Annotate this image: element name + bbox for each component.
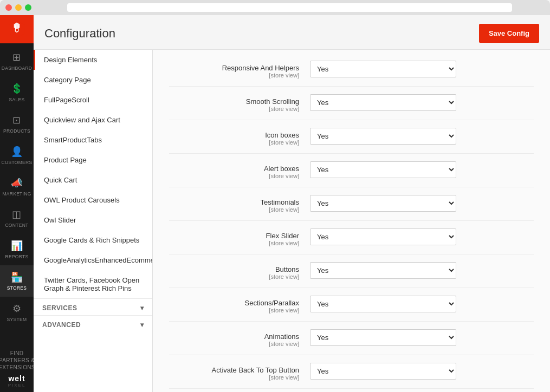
setting-row-testimonials: Testimonials[store view]YesNo — [169, 195, 534, 221]
setting-row-smooth-scrolling: Smooth Scrolling[store view]YesNo — [169, 94, 534, 120]
sidebar-item-system-label: System — [7, 317, 27, 322]
setting-select-testimonials[interactable]: YesNo — [310, 195, 456, 212]
sidebar: ⊞ Dashboard 💲 Sales ⊡ Products 👤 Custome… — [0, 15, 34, 392]
setting-label-buttons: Buttons — [169, 265, 299, 273]
app-wrapper: ⊞ Dashboard 💲 Sales ⊡ Products 👤 Custome… — [0, 15, 550, 392]
setting-row-icon-boxes: Icon boxes[store view]YesNo — [169, 128, 534, 154]
setting-select-smooth-scrolling[interactable]: YesNo — [310, 94, 456, 111]
setting-store-view-testimonials: [store view] — [169, 206, 299, 213]
sidebar-item-system[interactable]: ⚙ System — [0, 297, 34, 328]
welt-sub-label: PIXEL — [8, 383, 26, 388]
setting-select-alert-boxes[interactable]: YesNo — [310, 161, 456, 178]
products-icon: ⊡ — [12, 114, 21, 126]
page-title: Configuration — [44, 27, 115, 41]
sidebar-item-sales[interactable]: 💲 Sales — [0, 77, 34, 108]
left-nav-item-product-page[interactable]: Product Page — [34, 150, 152, 170]
customers-icon: 👤 — [11, 146, 23, 158]
minimize-button[interactable] — [15, 4, 22, 11]
content-area: Design Elements Category Page FullPageSc… — [34, 50, 550, 392]
left-nav-item-google-analytics[interactable]: GoogleAnalyticsEnhancedEcommerce — [34, 250, 152, 270]
sidebar-item-content[interactable]: ◫ Content — [0, 202, 34, 234]
setting-store-view-buttons: [store view] — [169, 273, 299, 280]
welt-logo: welt — [8, 374, 25, 383]
left-nav-item-owl-slider[interactable]: Owl Slider — [34, 210, 152, 230]
left-nav-section-services[interactable]: Services ▾ — [34, 298, 152, 315]
setting-row-activate-back-to-top: Activate Back To Top Button[store view]Y… — [169, 363, 534, 389]
maximize-button[interactable] — [25, 4, 31, 11]
left-nav-item-fullpagescroll[interactable]: FullPageScroll — [34, 90, 152, 110]
services-section-label: Services — [42, 304, 77, 312]
setting-select-animations[interactable]: YesNo — [310, 329, 456, 346]
main-header: Configuration Save Config — [34, 15, 550, 50]
setting-label-responsive-helpers: Responsive And Helpers — [169, 64, 299, 72]
setting-select-activate-back-to-top[interactable]: YesNo — [310, 363, 456, 380]
sidebar-item-marketing[interactable]: 📣 Marketing — [0, 171, 34, 202]
sidebar-item-content-label: Content — [5, 223, 28, 228]
setting-select-sections-parallax[interactable]: YesNo — [310, 296, 456, 312]
stores-icon: 🏪 — [11, 271, 23, 283]
address-bar[interactable] — [67, 3, 512, 12]
find-partners-label: Find Partners & Extensions — [0, 350, 35, 371]
sidebar-bottom: Find Partners & Extensions welt PIXEL — [0, 347, 34, 392]
setting-row-responsive-helpers: Responsive And Helpers[store view]YesNo — [169, 61, 534, 87]
setting-label-sections-parallax: Sections/Parallax — [169, 299, 299, 307]
setting-row-sections-parallax: Sections/Parallax[store view]YesNo — [169, 296, 534, 322]
sidebar-item-find-partners[interactable]: Find Partners & Extensions — [0, 347, 34, 374]
sidebar-item-stores[interactable]: 🏪 Stores — [0, 265, 34, 297]
setting-row-flex-slider: Flex Slider[store view]YesNo — [169, 228, 534, 254]
sidebar-item-marketing-label: Marketing — [2, 191, 31, 197]
setting-store-view-activate-back-to-top: [store view] — [169, 374, 299, 381]
dashboard-icon: ⊞ — [12, 51, 21, 63]
setting-select-responsive-helpers[interactable]: YesNo — [310, 61, 456, 77]
setting-row-animations: Animations[store view]YesNo — [169, 329, 534, 355]
content-icon: ◫ — [12, 208, 21, 220]
left-nav-item-google-cards[interactable]: Google Cards & Rich Snippets — [34, 230, 152, 250]
sidebar-item-customers-label: Customers — [2, 160, 33, 165]
left-nav-section-advanced[interactable]: Advanced ▾ — [34, 315, 152, 332]
setting-row-buttons: Buttons[store view]YesNo — [169, 262, 534, 288]
setting-label-testimonials: Testimonials — [169, 198, 299, 206]
setting-label-activate-back-to-top: Activate Back To Top Button — [169, 366, 299, 374]
sidebar-item-reports[interactable]: 📊 Reports — [0, 234, 34, 265]
close-button[interactable] — [5, 4, 12, 11]
setting-store-view-animations: [store view] — [169, 341, 299, 347]
setting-select-buttons[interactable]: YesNo — [310, 262, 456, 279]
settings-panel: Responsive And Helpers[store view]YesNoS… — [153, 50, 550, 392]
sidebar-item-dashboard-label: Dashboard — [2, 66, 33, 71]
left-nav-item-quick-cart[interactable]: Quick Cart — [34, 170, 152, 190]
left-nav-item-category-page[interactable]: Category Page — [34, 70, 152, 90]
setting-label-alert-boxes: Alert boxes — [169, 165, 299, 173]
services-chevron-icon: ▾ — [140, 304, 144, 312]
os-chrome — [0, 0, 550, 15]
marketing-icon: 📣 — [11, 177, 23, 189]
setting-store-view-responsive-helpers: [store view] — [169, 72, 299, 79]
advanced-chevron-icon: ▾ — [140, 321, 144, 329]
main-content: Configuration Save Config Design Element… — [34, 15, 550, 392]
setting-select-flex-slider[interactable]: YesNo — [310, 228, 456, 245]
setting-select-icon-boxes[interactable]: YesNo — [310, 128, 456, 145]
sidebar-item-sales-label: Sales — [9, 97, 25, 102]
sidebar-item-stores-label: Stores — [7, 285, 27, 291]
setting-store-view-alert-boxes: [store view] — [169, 173, 299, 179]
left-nav: Design Elements Category Page FullPageSc… — [34, 50, 153, 392]
setting-store-view-smooth-scrolling: [store view] — [169, 106, 299, 112]
sidebar-item-customers[interactable]: 👤 Customers — [0, 140, 34, 171]
reports-icon: 📊 — [11, 240, 23, 252]
left-nav-item-smartproducttabs[interactable]: SmartProductTabs — [34, 130, 152, 150]
left-nav-item-owl-carousels[interactable]: OWL Product Carousels — [34, 190, 152, 210]
setting-store-view-icon-boxes: [store view] — [169, 139, 299, 146]
sales-icon: 💲 — [11, 83, 23, 95]
left-nav-item-quickview[interactable]: Quickview and Ajax Cart — [34, 110, 152, 130]
setting-label-smooth-scrolling: Smooth Scrolling — [169, 97, 299, 106]
setting-label-flex-slider: Flex Slider — [169, 232, 299, 240]
setting-row-alert-boxes: Alert boxes[store view]YesNo — [169, 161, 534, 187]
magento-logo[interactable] — [0, 15, 34, 43]
left-nav-item-twitter-cards[interactable]: Twitter Cards, Facebook Open Graph & Pin… — [34, 270, 152, 298]
sidebar-item-dashboard[interactable]: ⊞ Dashboard — [0, 45, 34, 77]
setting-store-view-flex-slider: [store view] — [169, 240, 299, 246]
sidebar-item-products[interactable]: ⊡ Products — [0, 108, 34, 140]
save-config-button[interactable]: Save Config — [479, 24, 539, 43]
left-nav-item-design-elements[interactable]: Design Elements — [34, 50, 152, 70]
sidebar-item-reports-label: Reports — [5, 254, 28, 259]
system-icon: ⚙ — [12, 303, 21, 315]
